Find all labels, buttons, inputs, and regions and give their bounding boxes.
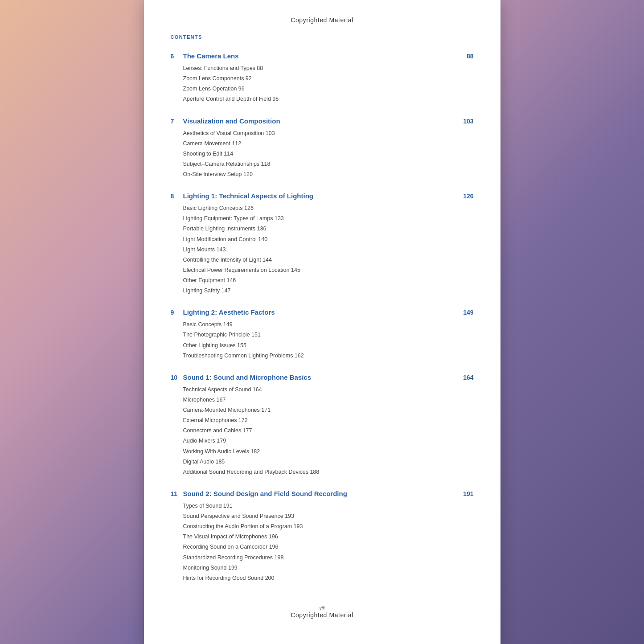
chapter-subitems-6: Lenses: Functions and Types 88Zoom Lens … <box>183 63 474 105</box>
sub-item: On-Site Interview Setup 120 <box>183 169 474 180</box>
sub-item: Light Modification and Control 140 <box>183 234 474 245</box>
chapter-page-8: 126 <box>456 193 474 200</box>
footer-copyright: Copyrighted Material <box>171 611 474 619</box>
chapter-title-11: Sound 2: Sound Design and Field Sound Re… <box>183 490 347 497</box>
toc-container: 6The Camera Lens88Lenses: Functions and … <box>171 52 474 583</box>
chapter-left-11: 11Sound 2: Sound Design and Field Sound … <box>171 490 347 497</box>
chapter-title-10: Sound 1: Sound and Microphone Basics <box>183 373 312 381</box>
chapter-left-8: 8Lighting 1: Technical Aspects of Lighti… <box>171 192 314 200</box>
chapter-title-6: The Camera Lens <box>183 52 239 60</box>
sub-item: Basic Concepts 149 <box>183 320 474 330</box>
chapter-row-11: 11Sound 2: Sound Design and Field Sound … <box>171 490 474 497</box>
sub-item: Troubleshooting Common Lighting Problems… <box>183 351 474 361</box>
sub-item: Camera-Mounted Microphones 171 <box>183 405 474 415</box>
chapter-title-9: Lighting 2: Aesthetic Factors <box>183 308 275 316</box>
chapter-left-10: 10Sound 1: Sound and Microphone Basics <box>171 373 312 381</box>
sub-item: Digital Audio 185 <box>183 457 474 467</box>
chapter-num-8: 8 <box>171 193 180 200</box>
sub-item: Sound Perspective and Sound Presence 193 <box>183 511 474 521</box>
sub-item: Electrical Power Requirements on Locatio… <box>183 265 474 275</box>
sub-item: Zoom Lens Operation 96 <box>183 84 474 94</box>
sub-item: Microphones 167 <box>183 395 474 405</box>
sub-item: Shooting to Edit 114 <box>183 149 474 159</box>
chapter-num-10: 10 <box>171 374 180 381</box>
chapter-page-11: 191 <box>456 490 474 497</box>
chapter-row-8: 8Lighting 1: Technical Aspects of Lighti… <box>171 192 474 200</box>
chapter-subitems-7: Aesthetics of Visual Composition 103Came… <box>183 128 474 180</box>
sub-item: Monitoring Sound 199 <box>183 563 474 573</box>
chapter-page-9: 149 <box>456 309 474 316</box>
chapter-row-10: 10Sound 1: Sound and Microphone Basics16… <box>171 373 474 381</box>
sub-item: Lenses: Functions and Types 88 <box>183 63 474 74</box>
sub-item: Working With Audio Levels 182 <box>183 447 474 457</box>
chapter-subitems-11: Types of Sound 191Sound Perspective and … <box>183 501 474 583</box>
chapter-num-6: 6 <box>171 53 180 60</box>
sub-item: Basic Lighting Concepts 126 <box>183 203 474 213</box>
chapter-subitems-10: Technical Aspects of Sound 164Microphone… <box>183 385 474 477</box>
sub-item: Light Mounts 143 <box>183 245 474 255</box>
chapter-section-11: 11Sound 2: Sound Design and Field Sound … <box>171 490 474 583</box>
chapter-page-7: 103 <box>456 118 474 125</box>
chapter-num-9: 9 <box>171 309 180 316</box>
sub-item: Technical Aspects of Sound 164 <box>183 385 474 395</box>
chapter-left-7: 7Visualization and Composition <box>171 117 280 125</box>
footer-roman: viii <box>171 606 474 611</box>
page: Copyrighted Material CONTENTS 6The Camer… <box>144 0 500 644</box>
chapter-subitems-9: Basic Concepts 149The Photographic Princ… <box>183 320 474 361</box>
contents-label: CONTENTS <box>171 34 474 40</box>
sub-item: Standardized Recording Procedures 198 <box>183 553 474 563</box>
chapter-row-7: 7Visualization and Composition103 <box>171 117 474 125</box>
chapter-section-8: 8Lighting 1: Technical Aspects of Lighti… <box>171 192 474 296</box>
chapter-page-6: 88 <box>456 53 474 60</box>
chapter-num-7: 7 <box>171 118 180 125</box>
chapter-section-9: 9Lighting 2: Aesthetic Factors149Basic C… <box>171 308 474 361</box>
sub-item: Zoom Lens Components 92 <box>183 74 474 84</box>
top-header: Copyrighted Material <box>171 16 474 24</box>
sub-item: Lighting Safety 147 <box>183 286 474 296</box>
sub-item: Aperture Control and Depth of Field 98 <box>183 94 474 104</box>
sub-item: Additional Sound Recording and Playback … <box>183 467 474 477</box>
sub-item: Connectors and Cables 177 <box>183 426 474 436</box>
sub-item: Camera Movement 112 <box>183 139 474 149</box>
chapter-title-7: Visualization and Composition <box>183 117 280 125</box>
sub-item: Types of Sound 191 <box>183 501 474 511</box>
sub-item: Other Lighting Issues 155 <box>183 340 474 351</box>
chapter-subitems-8: Basic Lighting Concepts 126Lighting Equi… <box>183 203 474 296</box>
sub-item: The Photographic Principle 151 <box>183 330 474 340</box>
chapter-section-6: 6The Camera Lens88Lenses: Functions and … <box>171 52 474 105</box>
sub-item: Portable Lighting Instruments 136 <box>183 224 474 234</box>
sub-item: The Visual Impact of Microphones 196 <box>183 532 474 542</box>
sub-item: Recording Sound on a Camcorder 196 <box>183 542 474 552</box>
sub-item: Aesthetics of Visual Composition 103 <box>183 128 474 139</box>
sub-item: Audio Mixers 179 <box>183 436 474 446</box>
chapter-left-6: 6The Camera Lens <box>171 52 239 60</box>
chapter-section-7: 7Visualization and Composition103Aesthet… <box>171 117 474 180</box>
chapter-row-6: 6The Camera Lens88 <box>171 52 474 60</box>
chapter-num-11: 11 <box>171 490 180 497</box>
sub-item: Lighting Equipment: Types of Lamps 133 <box>183 213 474 224</box>
chapter-page-10: 164 <box>456 374 474 381</box>
sub-item: Hints for Recording Good Sound 200 <box>183 573 474 583</box>
sub-item: Constructing the Audio Portion of a Prog… <box>183 521 474 532</box>
sub-item: Subject–Camera Relationships 118 <box>183 159 474 169</box>
sub-item: Controlling the Intensity of Light 144 <box>183 255 474 265</box>
sub-item: External Microphones 172 <box>183 415 474 426</box>
bottom-footer: viii Copyrighted Material <box>171 601 474 619</box>
chapter-row-9: 9Lighting 2: Aesthetic Factors149 <box>171 308 474 316</box>
chapter-left-9: 9Lighting 2: Aesthetic Factors <box>171 308 275 316</box>
sub-item: Other Equipment 146 <box>183 275 474 286</box>
chapter-title-8: Lighting 1: Technical Aspects of Lightin… <box>183 192 314 200</box>
chapter-section-10: 10Sound 1: Sound and Microphone Basics16… <box>171 373 474 477</box>
